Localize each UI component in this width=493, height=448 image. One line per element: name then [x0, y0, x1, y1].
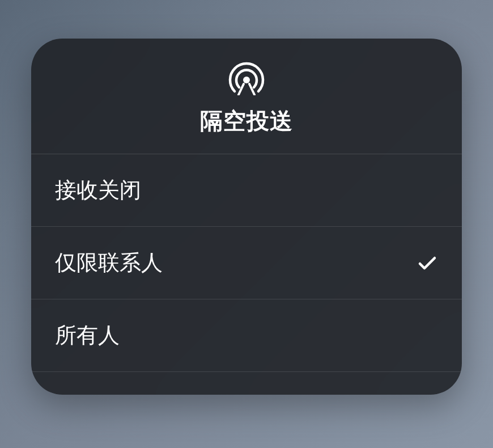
panel-title: 隔空投送 [200, 105, 293, 137]
panel-bottom-spacer [31, 372, 462, 395]
option-receiving-off[interactable]: 接收关闭 [31, 154, 462, 227]
option-label: 仅限联系人 [55, 248, 163, 277]
option-everyone[interactable]: 所有人 [31, 299, 462, 372]
airdrop-icon [224, 61, 269, 95]
checkmark-icon [416, 252, 438, 274]
airdrop-settings-panel: 隔空投送 接收关闭 仅限联系人 所有人 [31, 39, 462, 395]
options-list: 接收关闭 仅限联系人 所有人 [31, 154, 462, 372]
panel-header: 隔空投送 [31, 39, 462, 154]
option-label: 接收关闭 [55, 176, 141, 205]
option-contacts-only[interactable]: 仅限联系人 [31, 227, 462, 299]
option-label: 所有人 [55, 321, 120, 350]
svg-point-0 [243, 77, 250, 83]
